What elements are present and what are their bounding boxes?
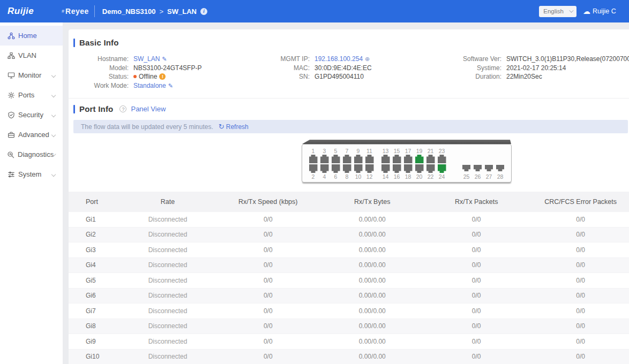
cell-port: Gi8 bbox=[69, 322, 119, 330]
diagnostics-icon bbox=[7, 150, 14, 158]
sidebar-item-system[interactable]: System bbox=[0, 164, 63, 184]
rj45-port-8 bbox=[343, 164, 351, 173]
switch-panel-body: 1234567891011121314151617181920212223242… bbox=[302, 144, 512, 183]
status-label: Status: bbox=[69, 72, 129, 81]
cell-bytes: 0.00/0.00 bbox=[320, 338, 424, 345]
sidebar-item-label: System bbox=[18, 170, 41, 178]
cell-packets: 0/0 bbox=[424, 307, 528, 315]
port-number-label: 1 bbox=[312, 147, 315, 155]
port-table: Port Rate Rx/Tx Speed (kbps) Rx/Tx Bytes… bbox=[69, 192, 629, 364]
mgmt-ip-value-link[interactable]: 192.168.100.254 bbox=[314, 55, 363, 64]
sidebar-item-advanced[interactable]: Advanced bbox=[0, 125, 63, 145]
sidebar-item-monitor[interactable]: Monitor bbox=[0, 65, 63, 85]
switch-panel-bezel bbox=[302, 140, 511, 144]
port-column: 26 bbox=[473, 165, 482, 180]
port-number-label: 3 bbox=[323, 147, 326, 155]
cell-speed: 0/0 bbox=[216, 338, 320, 345]
rj45-port-17 bbox=[404, 155, 413, 163]
section-accent-bar bbox=[73, 105, 75, 113]
cell-rate: Disconnected bbox=[119, 322, 216, 330]
status-value: Offline bbox=[139, 72, 157, 81]
sidebar-item-label: Home bbox=[18, 32, 37, 40]
work-mode-value-link[interactable]: Standalone bbox=[133, 81, 166, 90]
sidebar-item-ports[interactable]: Ports bbox=[0, 85, 63, 105]
port-column: 1314 bbox=[381, 147, 390, 180]
refresh-label: Refresh bbox=[226, 123, 249, 131]
help-icon[interactable]: ? bbox=[119, 105, 126, 112]
cell-rate: Disconnected bbox=[119, 277, 216, 284]
offline-warning-icon[interactable]: ! bbox=[159, 73, 166, 80]
rj45-port-group: 131415161718192021222324 bbox=[381, 147, 446, 180]
table-row-gi8: Gi8Disconnected0/00.00/0.000/00/0 bbox=[69, 319, 629, 335]
sfp-port-group: 25262728 bbox=[462, 165, 505, 180]
cell-port: Gi4 bbox=[69, 261, 119, 269]
sfp-port-27 bbox=[485, 165, 493, 171]
basic-info-column-2: MGMT IP: 192.168.100.254 ⊕ MAC: 30:0D:9E… bbox=[268, 55, 449, 90]
port-column: 27 bbox=[484, 165, 493, 180]
table-row-gi5: Gi5Disconnected0/00.00/0.000/00/0 bbox=[69, 273, 629, 289]
cell-speed: 0/0 bbox=[216, 307, 320, 315]
cell-bytes: 0.00/0.00 bbox=[320, 246, 424, 254]
sidebar-item-diagnostics[interactable]: Diagnostics bbox=[0, 145, 63, 164]
table-row-gi1: Gi1Disconnected0/00.00/0.000/00/0 bbox=[69, 212, 629, 228]
breadcrumb-current[interactable]: SW_LAN bbox=[167, 7, 197, 16]
cell-packets: 0/0 bbox=[424, 246, 528, 254]
port-number-label: 12 bbox=[366, 173, 373, 180]
cell-rate: Disconnected bbox=[119, 353, 216, 360]
hostname-value-link[interactable]: SW_LAN bbox=[133, 55, 160, 64]
ruijie-cloud-link[interactable]: ☁ Ruijie C bbox=[583, 7, 629, 15]
chevron-down-icon bbox=[51, 93, 56, 97]
hostname-label: Hostname: bbox=[69, 55, 129, 64]
port-column: 1516 bbox=[392, 147, 401, 180]
cell-port: Gi1 bbox=[69, 216, 119, 223]
systime-row: Systime: 2021-02-17 20:25:14 bbox=[449, 64, 629, 73]
systime-value: 2021-02-17 20:25:14 bbox=[506, 64, 566, 73]
chevron-down-icon bbox=[51, 112, 56, 117]
cell-bytes: 0.00/0.00 bbox=[320, 231, 424, 238]
reyee-logo: Reyee bbox=[65, 7, 89, 16]
cloud-icon: ☁ bbox=[583, 7, 590, 15]
chevron-down-icon bbox=[51, 172, 56, 176]
cell-errors: 0/0 bbox=[528, 353, 629, 360]
port-column: 2122 bbox=[426, 147, 435, 180]
rj45-port-18 bbox=[404, 164, 413, 173]
globe-icon[interactable]: ⊕ bbox=[365, 55, 370, 64]
cell-errors: 0/0 bbox=[528, 246, 629, 254]
refresh-icon: ↻ bbox=[219, 123, 224, 130]
port-number-label: 19 bbox=[416, 147, 423, 155]
panel-view-link[interactable]: Panel View bbox=[131, 105, 166, 113]
port-number-label: 11 bbox=[366, 147, 372, 155]
logo-divider bbox=[94, 5, 95, 17]
port-number-label: 28 bbox=[497, 173, 504, 180]
sidebar-item-label: Security bbox=[18, 111, 43, 119]
language-select[interactable]: English bbox=[539, 6, 576, 17]
rj45-port-2 bbox=[309, 164, 318, 173]
rj45-port-4 bbox=[320, 164, 329, 173]
port-number-label: 26 bbox=[475, 173, 481, 180]
cell-packets: 0/0 bbox=[424, 338, 528, 345]
port-column: 1718 bbox=[403, 147, 413, 180]
cell-port: Gi10 bbox=[69, 353, 119, 360]
cell-port: Gi2 bbox=[69, 231, 119, 238]
rj45-port-group: 123456789101112 bbox=[309, 147, 374, 180]
reyee-grid-icon: # bbox=[62, 9, 64, 14]
port-number-label: 21 bbox=[428, 147, 434, 155]
sidebar-item-vlan[interactable]: VLAN bbox=[0, 46, 63, 65]
cell-packets: 0/0 bbox=[424, 216, 528, 223]
rj45-port-19 bbox=[415, 155, 424, 163]
cell-bytes: 0.00/0.00 bbox=[320, 292, 424, 299]
table-row-gi10: Gi10Disconnected0/00.00/0.000/00/0 bbox=[69, 350, 629, 364]
edit-hostname-icon[interactable]: ✎ bbox=[162, 55, 167, 64]
refresh-link[interactable]: ↻ Refresh bbox=[219, 123, 249, 131]
switch-panel: 1234567891011121314151617181920212223242… bbox=[302, 140, 512, 183]
sidebar-item-security[interactable]: Security bbox=[0, 105, 63, 125]
device-info-icon[interactable]: i bbox=[200, 8, 207, 15]
brand-logo: Ruijie bbox=[8, 6, 62, 17]
sidebar-item-home[interactable]: Home bbox=[0, 26, 63, 46]
edit-work-mode-icon[interactable]: ✎ bbox=[168, 81, 173, 90]
rj45-port-14 bbox=[381, 164, 390, 173]
breadcrumb-device[interactable]: Demo_NBS3100 bbox=[102, 7, 156, 16]
column-header-bytes: Rx/Tx Bytes bbox=[320, 198, 424, 206]
cell-rate: Disconnected bbox=[119, 307, 216, 315]
content-card: Basic Info Hostname: SW_LAN ✎ Model: NBS… bbox=[69, 29, 629, 364]
